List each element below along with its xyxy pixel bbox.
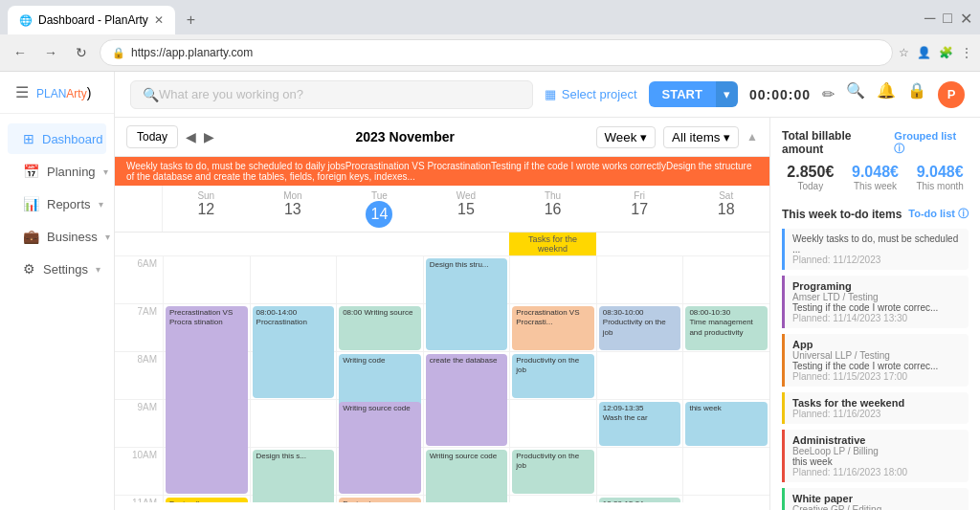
sidebar-item-reports[interactable]: 📊 Reports ▾ bbox=[8, 188, 106, 219]
calendar-event[interactable]: Writing source code bbox=[339, 402, 421, 494]
calendar-event[interactable]: Design the structure... bbox=[166, 498, 248, 502]
grouped-list-button[interactable]: Grouped list ⓘ bbox=[894, 130, 969, 156]
day-cell-2-4[interactable]: Design this s... bbox=[250, 447, 337, 495]
calendar-event[interactable]: create the database bbox=[426, 354, 508, 446]
day-cell-3-1[interactable]: 08:00 Writing source bbox=[336, 303, 423, 351]
select-project-button[interactable]: ▦ Select project bbox=[545, 87, 637, 101]
back-button[interactable]: ← bbox=[8, 40, 33, 65]
calendar-event[interactable]: Productivity on the job bbox=[512, 450, 594, 494]
day-cell-2-1[interactable]: 08:00-14:00 Procrastination bbox=[250, 303, 337, 351]
day-cell-1-0[interactable] bbox=[163, 255, 250, 303]
day-cell-7-5[interactable] bbox=[682, 495, 769, 502]
day-cell-5-2[interactable]: Productivity on the job bbox=[509, 351, 596, 399]
lock-icon[interactable]: 🔒 bbox=[907, 81, 926, 108]
day-cell-2-3[interactable] bbox=[250, 399, 337, 447]
day-cell-6-2[interactable] bbox=[596, 351, 683, 399]
profile-icon[interactable]: 👤 bbox=[917, 46, 931, 59]
time-rows: 6AMDesign this stru...7AMPrecrastination… bbox=[115, 255, 769, 502]
forward-button[interactable]: → bbox=[38, 40, 63, 65]
logo-arty: Arty bbox=[66, 87, 86, 100]
day-cell-7-0[interactable] bbox=[682, 255, 769, 303]
tab-title: Dashboard - PlanArty bbox=[38, 13, 148, 27]
calendar-event[interactable]: 12:09-13:35 Wash the car bbox=[599, 402, 681, 446]
calendar-area: Today ◀ ▶ 2023 November Week ▾ All items… bbox=[115, 118, 980, 510]
prev-week-button[interactable]: ◀ bbox=[186, 129, 196, 144]
day-cell-3-0[interactable] bbox=[336, 255, 423, 303]
address-bar[interactable]: 🔒 https://app.planarty.com bbox=[100, 39, 893, 66]
start-button[interactable]: START bbox=[649, 81, 716, 107]
day-cell-1-1[interactable]: Precrastination VS Procra stination bbox=[163, 303, 250, 351]
calendar-event[interactable]: 13:30-15:34 Testing if code works bbox=[599, 498, 681, 502]
bookmark-icon[interactable]: ☆ bbox=[899, 46, 909, 59]
day-cell-5-5[interactable] bbox=[509, 495, 596, 502]
day-cell-3-2[interactable]: Writing code bbox=[336, 351, 423, 399]
sidebar-item-settings[interactable]: ⚙ Settings ▾ bbox=[8, 254, 106, 284]
sidebar-item-dashboard[interactable]: ⊞ Dashboard bbox=[8, 123, 106, 154]
edit-icon[interactable]: ✏ bbox=[822, 85, 835, 103]
calendar-event[interactable]: this week bbox=[685, 402, 768, 446]
calendar-event[interactable]: Procrastination VS Procrasti... bbox=[512, 306, 594, 350]
new-tab-button[interactable]: + bbox=[179, 11, 203, 29]
day-cell-7-1[interactable]: 08:00-10:30 Time management and producti… bbox=[682, 303, 769, 351]
calendar-event[interactable]: Precrastination VS Procra stination bbox=[166, 306, 248, 494]
day-cell-5-3[interactable] bbox=[509, 399, 596, 447]
day-cell-1-5[interactable]: Design the structure... bbox=[163, 495, 250, 502]
search-header-icon[interactable]: 🔍 bbox=[846, 81, 865, 108]
day-cell-2-0[interactable] bbox=[250, 255, 337, 303]
day-cell-3-5[interactable]: Design to... bbox=[336, 495, 423, 502]
week-view-button[interactable]: Week ▾ bbox=[596, 126, 657, 148]
bell-icon[interactable]: 🔔 bbox=[877, 81, 896, 108]
close-icon[interactable]: ✕ bbox=[960, 10, 972, 28]
next-week-button[interactable]: ▶ bbox=[204, 129, 214, 144]
start-dropdown-button[interactable]: ▾ bbox=[716, 81, 738, 107]
day-cell-7-4[interactable] bbox=[682, 447, 769, 495]
calendar-header: Today ◀ ▶ 2023 November Week ▾ All items… bbox=[115, 118, 769, 157]
restore-icon[interactable]: □ bbox=[943, 10, 952, 28]
menu-icon[interactable]: ⋮ bbox=[961, 46, 972, 59]
day-cell-5-0[interactable] bbox=[509, 255, 596, 303]
sidebar-label-dashboard: Dashboard bbox=[42, 132, 103, 146]
day-cell-4-0[interactable]: Design this stru... bbox=[423, 255, 510, 303]
user-avatar[interactable]: P bbox=[938, 81, 965, 108]
calendar-event[interactable]: 08:30-10:00 Productivity on the job bbox=[599, 306, 681, 350]
calendar-event[interactable]: 08:00 Writing source bbox=[339, 306, 421, 350]
calendar-event[interactable]: Design this s... bbox=[253, 450, 335, 502]
calendar-event[interactable]: Design to... bbox=[339, 498, 421, 502]
search-bar[interactable]: 🔍 What are you working on? bbox=[130, 80, 533, 109]
hamburger-menu[interactable]: ☰ bbox=[15, 83, 29, 101]
day-cell-7-3[interactable]: this week bbox=[682, 399, 769, 447]
day-cell-6-0[interactable] bbox=[596, 255, 683, 303]
calendar-event[interactable]: Design this stru... bbox=[426, 258, 508, 350]
day-cell-6-4[interactable] bbox=[596, 447, 683, 495]
calendar-event[interactable]: 08:00-10:30 Time management and producti… bbox=[685, 306, 768, 350]
minimize-icon[interactable]: ─ bbox=[924, 10, 935, 28]
todo-list-button[interactable]: To-do list ⓘ bbox=[908, 207, 969, 221]
day-cell-5-4[interactable]: Productivity on the job bbox=[509, 447, 596, 495]
active-tab[interactable]: 🌐 Dashboard - PlanArty ✕ bbox=[8, 6, 175, 34]
calendar-event[interactable]: 08:00-14:00 Procrastination bbox=[253, 306, 335, 398]
day-cell-4-4[interactable]: Writing source code bbox=[423, 447, 510, 495]
refresh-button[interactable]: ↻ bbox=[69, 40, 94, 65]
today-button[interactable]: Today bbox=[126, 125, 178, 148]
sidebar-item-business[interactable]: 💼 Business ▾ bbox=[8, 221, 106, 252]
day-cell-6-3[interactable]: 12:09-13:35 Wash the car bbox=[596, 399, 683, 447]
calendar-scroll[interactable]: Sun 12 Mon 13 Tue 14 Wed bbox=[115, 186, 769, 502]
cal-scroll-up[interactable]: ▲ bbox=[746, 130, 758, 144]
todo-item: Weekly tasks to do, must be scheduled ..… bbox=[782, 229, 969, 270]
extensions-icon[interactable]: 🧩 bbox=[939, 46, 953, 59]
time-label-8am: 8AM bbox=[115, 351, 163, 399]
day-header-fri: Fri 17 bbox=[596, 186, 683, 232]
day-cell-6-1[interactable]: 08:30-10:00 Productivity on the job bbox=[596, 303, 683, 351]
month-amount: 9.048€ This month bbox=[911, 164, 969, 191]
calendar-event[interactable]: Productivity on the job bbox=[512, 354, 594, 398]
calendar-event[interactable]: Writing source code bbox=[426, 450, 508, 502]
tab-close-icon[interactable]: ✕ bbox=[154, 13, 164, 27]
sidebar-item-planning[interactable]: 📅 Planning ▾ bbox=[8, 156, 106, 187]
day-cell-4-2[interactable]: create the database bbox=[423, 351, 510, 399]
day-cell-5-1[interactable]: Procrastination VS Procrasti... bbox=[509, 303, 596, 351]
all-items-button[interactable]: All items ▾ bbox=[663, 126, 739, 148]
day-cell-7-2[interactable] bbox=[682, 351, 769, 399]
day-cell-3-3[interactable]: Writing source code bbox=[336, 399, 423, 447]
logo-area: ☰ PLANArty) bbox=[0, 72, 114, 114]
day-cell-6-5[interactable]: 13:30-15:34 Testing if code works bbox=[596, 495, 683, 502]
